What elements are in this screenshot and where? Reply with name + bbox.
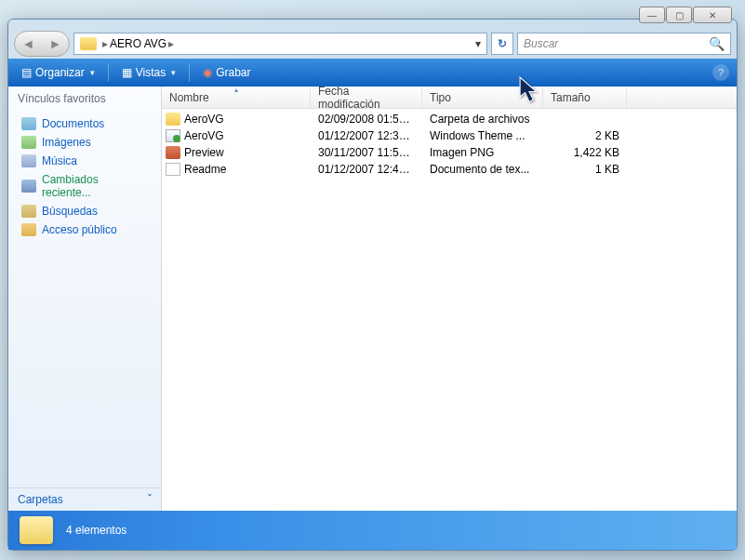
column-date[interactable]: Fecha modificación bbox=[311, 87, 422, 108]
file-icon bbox=[166, 163, 180, 176]
body-area: Vínculos favoritos DocumentosImágenesMús… bbox=[8, 87, 737, 511]
help-button[interactable]: ? bbox=[712, 64, 729, 81]
minimize-button[interactable]: — bbox=[639, 7, 665, 23]
organize-icon: ▤ bbox=[21, 66, 32, 79]
sidebar-item-3[interactable]: Cambiados reciente... bbox=[8, 170, 161, 202]
toolbar-separator bbox=[189, 63, 190, 82]
sidebar-header: Vínculos favoritos bbox=[8, 87, 161, 111]
file-icon bbox=[166, 146, 180, 159]
sidebar-item-1[interactable]: Imágenes bbox=[8, 133, 161, 152]
toolbar-separator bbox=[108, 63, 109, 82]
column-size[interactable]: Tamaño bbox=[543, 87, 627, 108]
burn-icon: ◉ bbox=[203, 66, 212, 79]
sidebar-links: DocumentosImágenesMúsicaCambiados recien… bbox=[8, 111, 161, 243]
explorer-window: — ▢ ✕ ◄ ► ▸ AERO AVG ▸ ▾ ↻ Buscar 🔍 ▤ Or… bbox=[7, 19, 738, 551]
status-bar: 4 elementos bbox=[8, 511, 737, 550]
folder-icon bbox=[20, 516, 53, 544]
address-dropdown[interactable]: ▾ bbox=[475, 37, 481, 50]
back-button[interactable]: ◄ bbox=[20, 34, 38, 53]
link-icon bbox=[21, 180, 36, 193]
forward-button[interactable]: ► bbox=[47, 34, 65, 53]
folders-toggle[interactable]: Carpetas ˇ bbox=[8, 487, 161, 511]
file-row[interactable]: AeroVG02/09/2008 01:55 ...Carpeta de arc… bbox=[162, 111, 737, 127]
file-icon bbox=[166, 113, 180, 126]
column-type[interactable]: Tipo bbox=[422, 87, 543, 108]
link-icon bbox=[21, 117, 36, 130]
file-list[interactable]: AeroVG02/09/2008 01:55 ...Carpeta de arc… bbox=[162, 109, 737, 511]
refresh-button[interactable]: ↻ bbox=[491, 33, 513, 55]
link-icon bbox=[21, 136, 36, 149]
file-row[interactable]: AeroVG01/12/2007 12:34 a...Windows Theme… bbox=[162, 127, 737, 144]
toolbar: ▤ Organizar ▾ ▦ Vistas ▾ ◉ Grabar ? bbox=[8, 59, 737, 87]
link-icon bbox=[21, 223, 36, 236]
sidebar-item-4[interactable]: Búsquedas bbox=[8, 202, 161, 220]
breadcrumb-sep2[interactable]: ▸ bbox=[168, 37, 174, 50]
address-bar[interactable]: ▸ AERO AVG ▸ ▾ bbox=[73, 33, 487, 55]
sidebar-item-0[interactable]: Documentos bbox=[8, 114, 161, 133]
folder-icon bbox=[80, 37, 97, 50]
search-input[interactable]: Buscar 🔍 bbox=[517, 33, 731, 55]
search-icon[interactable]: 🔍 bbox=[709, 36, 725, 51]
nav-arrows: ◄ ► bbox=[14, 31, 70, 57]
sidebar-item-5[interactable]: Acceso público bbox=[8, 220, 161, 239]
views-icon: ▦ bbox=[122, 66, 132, 79]
sort-indicator: ▴ bbox=[234, 87, 238, 94]
column-name[interactable]: Nombre ▴ bbox=[162, 87, 311, 108]
column-headers: Nombre ▴ Fecha modificación Tipo Tamaño bbox=[162, 87, 737, 109]
file-row[interactable]: Readme01/12/2007 12:40 a...Documento de … bbox=[162, 161, 737, 178]
chevron-down-icon: ˇ bbox=[148, 493, 152, 506]
breadcrumb-folder[interactable]: AERO AVG bbox=[110, 37, 166, 50]
search-placeholder: Buscar bbox=[524, 37, 558, 50]
titlebar[interactable]: — ▢ ✕ bbox=[8, 20, 737, 29]
sidebar: Vínculos favoritos DocumentosImágenesMús… bbox=[8, 87, 162, 511]
link-icon bbox=[21, 205, 36, 218]
sidebar-item-2[interactable]: Música bbox=[8, 152, 161, 170]
organize-button[interactable]: ▤ Organizar ▾ bbox=[16, 63, 100, 82]
nav-bar: ◄ ► ▸ AERO AVG ▸ ▾ ↻ Buscar 🔍 bbox=[8, 29, 737, 59]
chevron-down-icon: ▾ bbox=[171, 68, 176, 77]
file-row[interactable]: Preview30/11/2007 11:53 ...Imagen PNG1,4… bbox=[162, 144, 737, 161]
breadcrumb-sep[interactable]: ▸ bbox=[102, 37, 108, 50]
status-text: 4 elementos bbox=[66, 524, 126, 537]
file-icon bbox=[166, 129, 180, 142]
content-pane: Nombre ▴ Fecha modificación Tipo Tamaño … bbox=[162, 87, 737, 511]
maximize-button[interactable]: ▢ bbox=[666, 7, 692, 23]
burn-button[interactable]: ◉ Grabar bbox=[197, 63, 256, 82]
chevron-down-icon: ▾ bbox=[90, 68, 95, 77]
link-icon bbox=[21, 154, 36, 167]
views-button[interactable]: ▦ Vistas ▾ bbox=[116, 63, 181, 82]
window-controls: — ▢ ✕ bbox=[639, 7, 732, 23]
close-button[interactable]: ✕ bbox=[693, 7, 732, 23]
